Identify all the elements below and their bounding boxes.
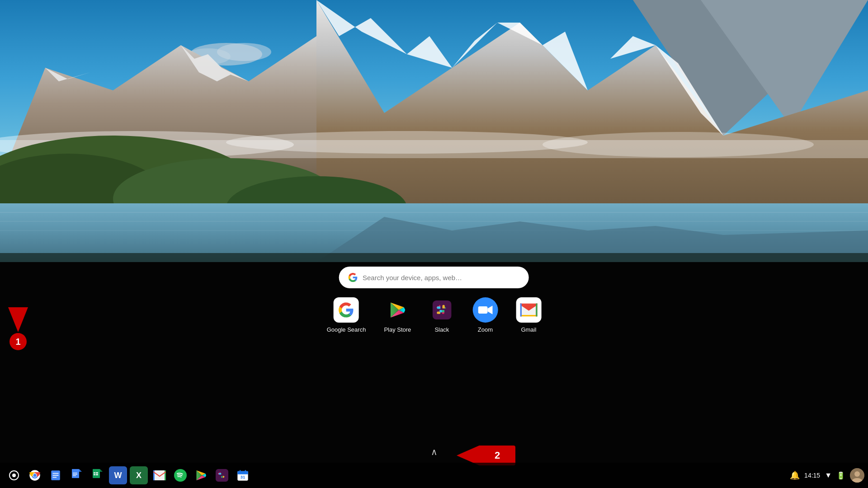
- taskbar-gmail[interactable]: [151, 466, 169, 484]
- svg-rect-47: [73, 475, 76, 476]
- play-store-icon: [388, 300, 407, 319]
- files-icon: [50, 469, 61, 481]
- search-area: Google Search: [327, 267, 542, 333]
- svg-point-65: [854, 471, 860, 477]
- app-label-slack: Slack: [434, 326, 449, 333]
- svg-rect-30: [520, 304, 537, 305]
- zoom-icon: [476, 301, 494, 319]
- clock[interactable]: 14:15: [804, 472, 820, 479]
- app-label-gmail: Gmail: [521, 326, 536, 333]
- google-g-icon: [348, 272, 358, 283]
- gmail-taskbar-icon: [153, 470, 166, 480]
- search-input[interactable]: [363, 274, 520, 282]
- taskbar-launcher[interactable]: [5, 466, 23, 484]
- arrow-down-shape: [8, 307, 28, 332]
- wifi-icon[interactable]: ▼: [825, 471, 832, 479]
- svg-rect-43: [72, 469, 79, 478]
- play-store-taskbar-icon: [195, 469, 208, 482]
- svg-point-12: [226, 131, 588, 154]
- svg-rect-45: [73, 473, 77, 474]
- app-label-zoom: Zoom: [478, 326, 493, 333]
- svg-rect-41: [53, 475, 59, 476]
- app-label-play-store: Play Store: [384, 326, 411, 333]
- search-bar[interactable]: [339, 267, 529, 288]
- svg-rect-46: [73, 474, 77, 475]
- taskbar-sheets[interactable]: [88, 466, 106, 484]
- svg-point-34: [12, 474, 16, 477]
- svg-marker-49: [100, 469, 103, 472]
- svg-rect-61: [240, 470, 241, 472]
- app-icon-slack[interactable]: Slack: [429, 297, 454, 333]
- taskbar-chrome[interactable]: [26, 466, 44, 484]
- svg-rect-60: [237, 471, 248, 474]
- svg-rect-53: [96, 474, 98, 475]
- svg-rect-42: [53, 477, 57, 478]
- svg-rect-29: [520, 315, 537, 316]
- taskbar-calendar[interactable]: 31: [234, 466, 252, 484]
- notification-icon[interactable]: 🔔: [790, 470, 800, 480]
- app-icon-play-store[interactable]: Play Store: [384, 297, 411, 333]
- taskbar-word[interactable]: W: [109, 466, 127, 484]
- svg-rect-54: [153, 470, 166, 480]
- docs-icon: [71, 469, 82, 482]
- svg-rect-52: [94, 474, 95, 475]
- chevron-up[interactable]: ∧: [431, 446, 438, 457]
- svg-rect-51: [96, 472, 98, 474]
- annotation-number-1: 1: [9, 333, 27, 350]
- taskbar-spotify[interactable]: [171, 466, 189, 484]
- annotation-number-2: 2: [495, 450, 500, 461]
- svg-rect-62: [245, 470, 246, 472]
- taskbar: W X: [0, 463, 868, 488]
- svg-rect-32: [536, 304, 537, 317]
- svg-rect-40: [53, 473, 59, 474]
- word-letter: W: [114, 471, 122, 480]
- svg-rect-50: [94, 472, 95, 474]
- taskbar-excel[interactable]: X: [130, 466, 148, 484]
- svg-point-38: [33, 474, 37, 477]
- app-label-google-search: Google Search: [327, 326, 366, 333]
- chrome-icon: [28, 469, 41, 482]
- app-icon-google-search[interactable]: Google Search: [327, 297, 366, 333]
- launcher-icon: [9, 470, 19, 481]
- svg-rect-24: [0, 253, 868, 262]
- app-icon-zoom[interactable]: Zoom: [472, 297, 498, 333]
- taskbar-files[interactable]: [47, 466, 65, 484]
- spotify-icon: [174, 469, 187, 482]
- system-tray: 🔔 14:15 ▼ 🔋: [790, 468, 864, 483]
- svg-point-13: [542, 132, 814, 157]
- wallpaper: [0, 0, 868, 262]
- taskbar-docs[interactable]: [67, 466, 85, 484]
- svg-text:31: 31: [241, 475, 245, 479]
- taskbar-play-store[interactable]: [192, 466, 210, 484]
- svg-rect-58: [216, 469, 228, 482]
- excel-letter: X: [136, 471, 142, 480]
- gmail-icon: [520, 303, 537, 317]
- sheets-icon: [92, 469, 103, 482]
- user-avatar[interactable]: [850, 468, 864, 483]
- app-icon-gmail[interactable]: Gmail: [516, 297, 541, 333]
- svg-rect-31: [520, 304, 521, 317]
- svg-rect-26: [478, 306, 488, 314]
- google-search-icon: [338, 302, 354, 318]
- app-icons-row: Google Search: [327, 297, 542, 333]
- slack-taskbar-icon: [216, 469, 228, 482]
- battery-icon[interactable]: 🔋: [836, 471, 845, 480]
- svg-marker-44: [79, 469, 82, 472]
- taskbar-slack[interactable]: [213, 466, 231, 484]
- avatar-image: [850, 468, 864, 483]
- calendar-icon: 31: [236, 469, 249, 482]
- slack-icon: [432, 300, 451, 319]
- annotation-arrow-1: 1: [8, 307, 28, 350]
